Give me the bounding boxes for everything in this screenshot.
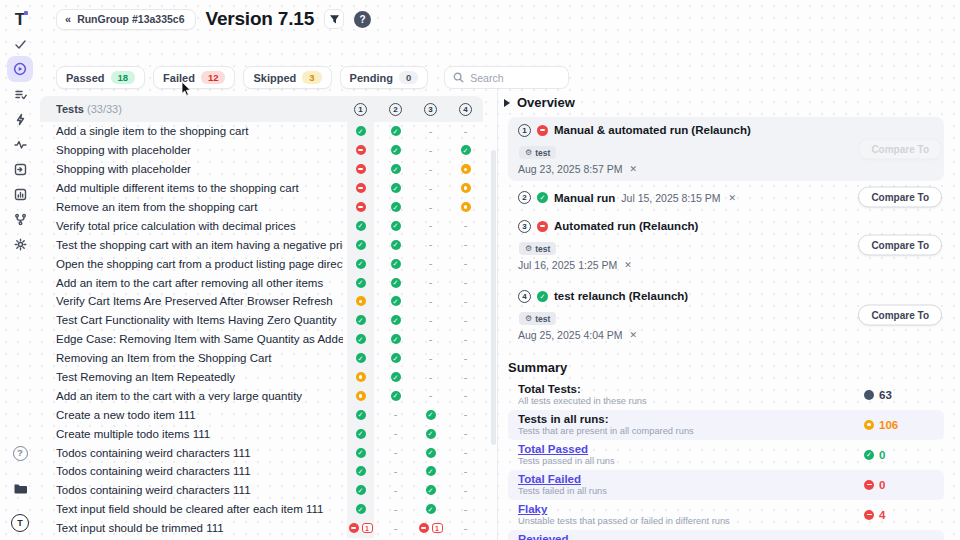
test-row[interactable]: Add an item to the cart with a very larg… bbox=[40, 386, 483, 405]
filter-failed-button[interactable]: Failed 12 bbox=[153, 66, 235, 89]
test-name: Add an item to the cart after removing a… bbox=[40, 277, 343, 289]
tests-table-body: Add a single item to the shopping cart -… bbox=[40, 122, 483, 538]
summary-count: 0 bbox=[879, 449, 885, 461]
search-box[interactable] bbox=[444, 66, 569, 89]
sidebar-item-help[interactable]: ? bbox=[7, 440, 33, 466]
test-row[interactable]: Test the shopping cart with an item havi… bbox=[40, 235, 483, 254]
status-cell: - bbox=[448, 296, 483, 307]
scrollbar-thumb[interactable] bbox=[491, 150, 496, 445]
collapse-triangle-icon[interactable] bbox=[504, 99, 510, 107]
filter-passed-button[interactable]: Passed 18 bbox=[56, 66, 145, 89]
help-button[interactable]: ? bbox=[354, 11, 371, 28]
no-run-dash: - bbox=[394, 466, 398, 477]
remove-run-button[interactable]: ✕ bbox=[729, 193, 737, 203]
compare-to-button[interactable]: Compare To bbox=[858, 139, 942, 160]
test-row[interactable]: Shopping with placeholder - bbox=[40, 141, 483, 160]
run-item-4[interactable]: 4 test relaunch (Relaunch) ⚙test Aug 25,… bbox=[508, 283, 944, 347]
summary-description: All tests executed in these runs bbox=[518, 396, 864, 406]
compare-to-button[interactable]: Compare To bbox=[858, 305, 942, 326]
sidebar-item-fork[interactable] bbox=[7, 206, 33, 232]
status-cell bbox=[343, 372, 378, 382]
sidebar-item-test-list[interactable] bbox=[7, 81, 33, 107]
filter-pending-button[interactable]: Pending 0 bbox=[340, 66, 429, 89]
status-cell bbox=[413, 466, 448, 476]
run-column-header-1[interactable]: 1 bbox=[343, 103, 378, 116]
comment-badge[interactable]: 1 bbox=[362, 523, 373, 533]
status-pass-icon bbox=[356, 221, 366, 231]
test-row[interactable]: Shopping with placeholder - bbox=[40, 160, 483, 179]
compare-to-button[interactable]: Compare To bbox=[858, 187, 942, 208]
status-pass-icon bbox=[391, 296, 401, 306]
test-row[interactable]: Removing an Item from the Shopping Cart … bbox=[40, 349, 483, 368]
test-row[interactable]: Add an item to the cart after removing a… bbox=[40, 273, 483, 292]
summary-link[interactable]: Revieved bbox=[518, 533, 864, 540]
no-run-dash: - bbox=[429, 277, 433, 288]
summary-description: Tests that are present in all compared r… bbox=[518, 426, 864, 436]
test-row[interactable]: Test Cart Functionality with Items Havin… bbox=[40, 311, 483, 330]
test-name: Add an item to the cart with a very larg… bbox=[40, 390, 343, 402]
sidebar-item-report[interactable] bbox=[7, 181, 33, 207]
sidebar-item-runs[interactable] bbox=[7, 56, 33, 82]
test-row[interactable]: Remove an item from the shopping cart - bbox=[40, 198, 483, 217]
summary-link[interactable]: Total Passed bbox=[518, 443, 864, 455]
test-row[interactable]: Todos containing weird characters 111 -- bbox=[40, 462, 483, 481]
sidebar-item-folder[interactable] bbox=[7, 475, 33, 501]
test-row[interactable]: Create a new todo item 111 -- bbox=[40, 405, 483, 424]
test-row[interactable]: Verify total price calculation with deci… bbox=[40, 216, 483, 235]
test-row[interactable]: Add a single item to the shopping cart -… bbox=[40, 122, 483, 141]
no-run-dash: - bbox=[464, 447, 468, 458]
remove-run-button[interactable]: ✕ bbox=[630, 164, 638, 174]
test-name: Open the shopping cart from a product li… bbox=[40, 258, 343, 270]
run-tag[interactable]: ⚙test bbox=[519, 242, 556, 255]
summary-row: Total Passed Tests passed in all runs 0 bbox=[508, 440, 944, 470]
test-row[interactable]: Open the shopping cart from a product li… bbox=[40, 254, 483, 273]
filter-skipped-button[interactable]: Skipped 3 bbox=[243, 66, 331, 89]
run-column-header-3[interactable]: 3 bbox=[413, 103, 448, 116]
test-row[interactable]: Text input should be trimmed 111 1-1- bbox=[40, 519, 483, 538]
test-row[interactable]: Test Removing an Item Repeatedly -- bbox=[40, 368, 483, 387]
test-row[interactable]: Add multiple different items to the shop… bbox=[40, 179, 483, 198]
status-cell: 1 bbox=[413, 523, 448, 533]
remove-run-button[interactable]: ✕ bbox=[630, 330, 638, 340]
no-run-dash: - bbox=[464, 428, 468, 439]
rungroup-back-button[interactable]: « RunGroup #13a335c6 bbox=[56, 9, 196, 30]
sidebar-item-zap[interactable] bbox=[7, 106, 33, 132]
run-item-3[interactable]: 3 Automated run (Relaunch) ⚙test Jul 16,… bbox=[508, 213, 944, 277]
test-row[interactable]: Todos containing weird characters 111 -- bbox=[40, 443, 483, 462]
run-column-header-4[interactable]: 4 bbox=[448, 103, 483, 116]
run-item-2[interactable]: 2 Manual run Jul 15, 2025 8:15 PM ✕ Comp… bbox=[508, 188, 944, 207]
status-cell: - bbox=[413, 372, 448, 383]
sidebar-item-app-logo[interactable]: T bbox=[7, 6, 33, 32]
status-pass-icon bbox=[426, 448, 436, 458]
test-row[interactable]: Todos containing weird characters 111 -- bbox=[40, 481, 483, 500]
comment-badge[interactable]: 1 bbox=[432, 523, 443, 533]
filter-button[interactable] bbox=[324, 9, 344, 29]
run-column-headers: 1234 bbox=[343, 103, 483, 116]
run-item-1[interactable]: 1 Manual & automated run (Relaunch) ⚙tes… bbox=[508, 117, 944, 181]
summary-value: 4 bbox=[864, 509, 910, 521]
summary-dot-icon bbox=[864, 390, 874, 400]
sidebar-item-check[interactable] bbox=[7, 31, 33, 57]
tag-gear-icon: ⚙ bbox=[525, 148, 532, 157]
summary-link[interactable]: Total Failed bbox=[518, 473, 864, 485]
sidebar-item-gear[interactable] bbox=[7, 231, 33, 257]
test-row[interactable]: Verify Cart Items Are Preserved After Br… bbox=[40, 292, 483, 311]
test-row[interactable]: Create multiple todo items 111 -- bbox=[40, 424, 483, 443]
run-column-header-2[interactable]: 2 bbox=[378, 103, 413, 116]
sidebar-item-activity[interactable] bbox=[7, 131, 33, 157]
no-run-dash: - bbox=[464, 220, 468, 231]
compare-to-button[interactable]: Compare To bbox=[858, 235, 942, 256]
run-tag[interactable]: ⚙test bbox=[519, 312, 556, 325]
test-row[interactable]: Edge Case: Removing Item with Same Quant… bbox=[40, 330, 483, 349]
app-window: T ?T « RunGroup #13a335c6 Version 7.15 ?… bbox=[0, 0, 960, 540]
summary-link[interactable]: Flaky bbox=[518, 503, 864, 515]
run-title: Automated run (Relaunch) bbox=[554, 220, 698, 232]
remove-run-button[interactable]: ✕ bbox=[624, 260, 632, 270]
status-cell bbox=[378, 240, 413, 250]
run-tag[interactable]: ⚙test bbox=[519, 146, 556, 159]
test-row[interactable]: Text input field should be cleared after… bbox=[40, 500, 483, 519]
sidebar-item-import[interactable] bbox=[7, 156, 33, 182]
search-input[interactable] bbox=[470, 72, 560, 84]
status-cell: - bbox=[448, 372, 483, 383]
sidebar-item-profile[interactable]: T bbox=[7, 510, 33, 536]
